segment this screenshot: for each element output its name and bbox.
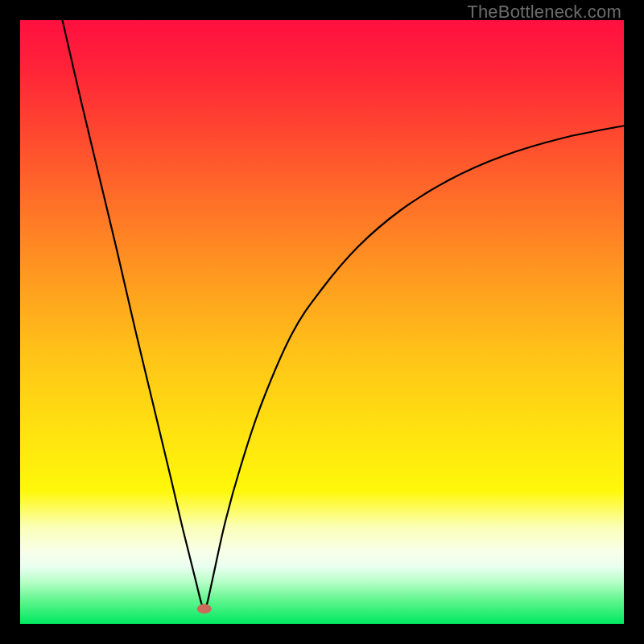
gradient-background [20,20,624,624]
plot-area [20,20,624,624]
chart-frame: TheBottleneck.com [0,0,644,644]
chart-svg [20,20,624,624]
optimum-marker [197,604,212,613]
